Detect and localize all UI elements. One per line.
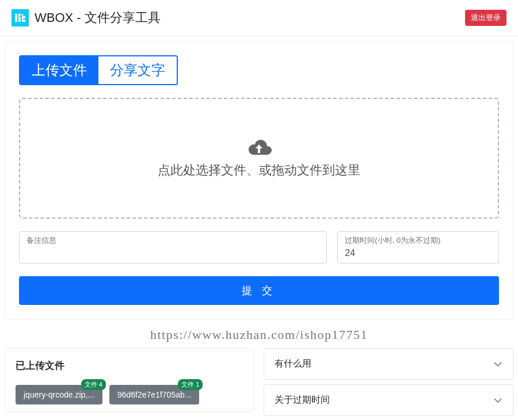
file-pill[interactable]: 文件 4 jquery-qrcode.zip,... [16, 385, 102, 404]
cloud-upload-icon [246, 138, 272, 158]
watermark-text: https://www.huzhan.com/ishop17751 [5, 327, 513, 342]
tab-share-text[interactable]: 分享文字 [98, 56, 177, 84]
faq-header-usage[interactable]: 有什么用 [264, 349, 513, 379]
app-title: WBOX - 文件分享工具 [35, 9, 161, 26]
submit-button[interactable]: 提 交 [19, 276, 499, 305]
file-pill[interactable]: 文件 1 96d6f2e7e1f705ab... [109, 385, 199, 404]
mode-tabs: 上传文件 分享文字 [19, 55, 178, 85]
tab-upload-file[interactable]: 上传文件 [20, 56, 98, 84]
dropzone-text: 点此处选择文件、或拖动文件到这里 [158, 162, 360, 179]
faq-label: 有什么用 [275, 358, 311, 370]
faq-col: 有什么用 关于过期时间 [264, 348, 513, 420]
remark-label: 备注信息 [26, 235, 319, 246]
upload-card: 上传文件 分享文字 点此处选择文件、或拖动文件到这里 备注信息 过期时间(小时,… [5, 41, 513, 319]
file-pill-list: 文件 4 jquery-qrcode.zip,... 文件 1 96d6f2e7… [16, 380, 243, 404]
file-badge: 文件 1 [178, 379, 203, 390]
chevron-down-icon [493, 360, 502, 369]
uploaded-files-card: 已上传文件 文件 4 jquery-qrcode.zip,... 文件 1 96… [5, 348, 254, 412]
form-row: 备注信息 过期时间(小时, 0为永不过期) [19, 231, 499, 264]
remark-field-group: 备注信息 [19, 231, 327, 264]
app-header: WBOX - 文件分享工具 退出登录 [0, 0, 518, 36]
faq-label: 关于过期时间 [275, 394, 330, 406]
expire-input[interactable] [345, 246, 492, 259]
faq-item: 有什么用 [264, 348, 513, 380]
file-badge: 文件 4 [81, 379, 106, 390]
expire-label: 过期时间(小时, 0为永不过期) [345, 235, 492, 246]
logout-button[interactable]: 退出登录 [465, 10, 506, 26]
file-name: jquery-qrcode.zip,... [24, 390, 94, 399]
file-dropzone[interactable]: 点此处选择文件、或拖动文件到这里 [19, 98, 499, 219]
remark-input[interactable] [26, 246, 319, 259]
bottom-row: 已上传文件 文件 4 jquery-qrcode.zip,... 文件 1 96… [5, 348, 513, 420]
app-logo-icon [12, 9, 29, 26]
faq-header-expire[interactable]: 关于过期时间 [264, 385, 513, 415]
uploaded-title: 已上传文件 [16, 359, 243, 372]
faq-item: 关于过期时间 [264, 384, 513, 416]
file-name: 96d6f2e7e1f705ab... [117, 390, 191, 399]
chevron-down-icon [493, 396, 502, 405]
main-container: 上传文件 分享文字 点此处选择文件、或拖动文件到这里 备注信息 过期时间(小时,… [0, 36, 518, 420]
header-left: WBOX - 文件分享工具 [12, 9, 161, 26]
uploaded-col: 已上传文件 文件 4 jquery-qrcode.zip,... 文件 1 96… [5, 348, 254, 420]
expire-field-group: 过期时间(小时, 0为永不过期) [337, 231, 499, 264]
